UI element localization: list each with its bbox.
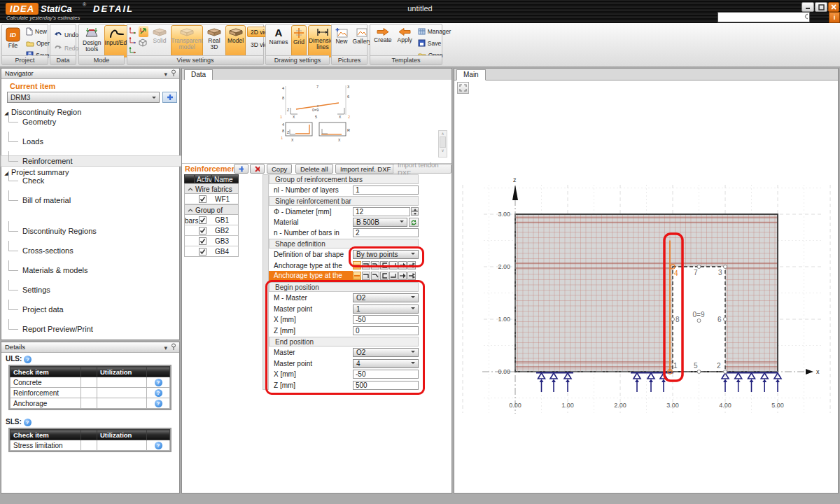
checkbox-checked[interactable] (199, 227, 206, 234)
tree-item-cross-sections[interactable]: Cross-sections (1, 246, 197, 255)
begin-master-dropdown[interactable]: O2 (353, 293, 419, 302)
add-reinforcement-button[interactable] (234, 164, 248, 174)
group-wire-fabrics[interactable]: Wire fabrics (184, 183, 239, 194)
axis-yz-icon[interactable] (129, 46, 137, 54)
group-group-of-bars[interactable]: Group of bars (184, 204, 239, 215)
scroll-up-icon[interactable]: ∧ (439, 131, 447, 136)
file-button[interactable]: ID File (4, 25, 22, 57)
cube-view-icon[interactable] (139, 38, 147, 47)
anchorage-end-label[interactable]: Anchorage type at the end (269, 271, 353, 281)
default-view-button[interactable] (139, 26, 148, 37)
begin-x-input[interactable]: -50 (353, 315, 419, 324)
search-input[interactable] (718, 13, 804, 21)
anchor-plate-button[interactable] (407, 261, 416, 270)
anchor-straight-button[interactable] (353, 272, 361, 280)
anchor-u-hook-button[interactable] (380, 272, 388, 280)
help-icon[interactable]: ? (155, 389, 162, 397)
tree-item-materials-models[interactable]: Materials & models (1, 265, 197, 275)
bar-shape-dropdown[interactable]: By two points (353, 250, 419, 259)
collapse-icon[interactable] (188, 209, 193, 212)
help-icon[interactable]: ? (155, 442, 162, 449)
scroll-down-icon[interactable]: ∨ (439, 148, 447, 154)
tab-main[interactable]: Main (456, 69, 486, 80)
delete-all-button[interactable]: Delete all (295, 164, 333, 174)
anchor-hook-down-button[interactable] (362, 272, 370, 280)
open-button[interactable]: Open (24, 38, 53, 48)
maximize-button[interactable] (815, 2, 827, 12)
material-edit-button[interactable] (409, 218, 419, 227)
anchor-u-hook-button[interactable] (380, 261, 388, 270)
import-tendon-dxf-button[interactable]: Import tendon DXF (393, 164, 451, 174)
viewport-canvas[interactable]: z x 3.00 2.00 1.00 0.00 0.00 1.00 2.00 3… (454, 80, 838, 493)
details-menu-icon[interactable]: ▾ (164, 343, 167, 353)
uls-help-icon[interactable]: ? (24, 356, 31, 363)
help-icon[interactable]: ? (155, 379, 162, 386)
template-apply-button[interactable]: Apply (396, 25, 414, 57)
end-master-point-dropdown[interactable]: 4 (353, 359, 419, 368)
checkbox-checked[interactable] (199, 237, 206, 245)
axis-xz-icon[interactable] (129, 36, 137, 44)
close-button[interactable] (828, 2, 839, 12)
material-dropdown[interactable]: B 500B (353, 218, 407, 227)
tree-item-settings[interactable]: Settings (1, 285, 197, 295)
solid-button[interactable]: Solid (150, 25, 169, 57)
picture-new-button[interactable]: New (333, 25, 350, 57)
copy-button[interactable]: Copy (267, 164, 292, 174)
design-tools-button[interactable]: Design tools (80, 25, 103, 57)
tree-item-reinforcement[interactable]: Reinforcement (1, 156, 197, 166)
begin-z-input[interactable]: 0 (353, 326, 419, 335)
sls-help-icon[interactable]: ? (24, 419, 31, 426)
current-item-dropdown[interactable]: DRM3 (7, 92, 160, 103)
row-wf1[interactable]: WF1 (184, 194, 239, 204)
template-manager-button[interactable]: Manager (416, 26, 454, 36)
anchor-hook-up-button[interactable] (389, 272, 398, 280)
tab-data[interactable]: Data (184, 69, 213, 80)
tree-group-discontinuity-region[interactable]: ◢Discontinuity Region (1, 107, 176, 117)
info-button[interactable]: i (829, 12, 840, 23)
details-pin-icon[interactable] (171, 343, 176, 350)
delete-reinforcement-button[interactable] (250, 164, 265, 174)
search-box[interactable] (718, 12, 810, 22)
transparent-model-button[interactable]: Transparent model (171, 25, 203, 57)
axis-xy-icon[interactable] (129, 26, 137, 34)
grid-button[interactable]: Grid (291, 25, 307, 57)
row-gb1[interactable]: GB1 (184, 215, 239, 225)
new-button[interactable]: New (24, 26, 53, 36)
anchor-hook-down-button[interactable] (362, 261, 370, 270)
begin-master-point-dropdown[interactable]: 1 (353, 304, 419, 314)
preview-bar-lshape[interactable] (295, 125, 309, 134)
tree-item-geometry[interactable]: Geometry (1, 117, 197, 127)
anchor-plate-button[interactable] (407, 272, 416, 280)
real-3d-button[interactable]: Real 3D (204, 25, 224, 57)
checkbox-checked[interactable] (199, 195, 206, 203)
nl-input[interactable]: 1 (353, 186, 419, 195)
anchor-hook-up-button[interactable] (389, 261, 398, 270)
redo-button[interactable]: Redo (52, 43, 80, 53)
tree-group-project-summary[interactable]: ◢Project summary (1, 167, 176, 177)
checkbox-checked[interactable] (199, 248, 206, 255)
help-icon[interactable]: ? (155, 400, 162, 407)
anchor-hook-45-button[interactable] (371, 261, 379, 270)
tree-item-discontinuity-regions[interactable]: Discontinuity Regions (1, 226, 197, 236)
tree-item-bill-of-material[interactable]: Bill of material (1, 195, 197, 205)
row-gb4[interactable]: GB4 (184, 246, 239, 257)
navigator-pin-icon[interactable] (171, 69, 176, 76)
tree-item-report-preview[interactable]: Report Preview/Print (1, 324, 197, 334)
end-z-input[interactable]: 500 (353, 381, 419, 390)
row-gb2[interactable]: GB2 (184, 225, 239, 236)
concrete-wall[interactable] (515, 214, 778, 372)
navigator-menu-icon[interactable]: ▾ (164, 69, 167, 79)
end-master-dropdown[interactable]: O2 (353, 348, 419, 357)
row-gb3[interactable]: GB3 (184, 236, 239, 246)
diameter-input[interactable]: 12 (353, 207, 410, 216)
collapse-icon[interactable] (188, 188, 193, 191)
scrollbar-thumb[interactable] (440, 136, 446, 148)
end-x-input[interactable]: -50 (353, 370, 419, 379)
preview-scrollbar[interactable]: ∧ ∨ (438, 130, 447, 158)
tree-item-loads[interactable]: Loads (1, 136, 197, 146)
diameter-spin-down[interactable] (411, 211, 419, 216)
tree-expander-icon[interactable]: ◢ (1, 169, 11, 178)
names-button[interactable]: A Names (267, 25, 290, 57)
tree-item-project-data[interactable]: Project data (1, 304, 197, 314)
add-item-button[interactable] (162, 92, 177, 103)
